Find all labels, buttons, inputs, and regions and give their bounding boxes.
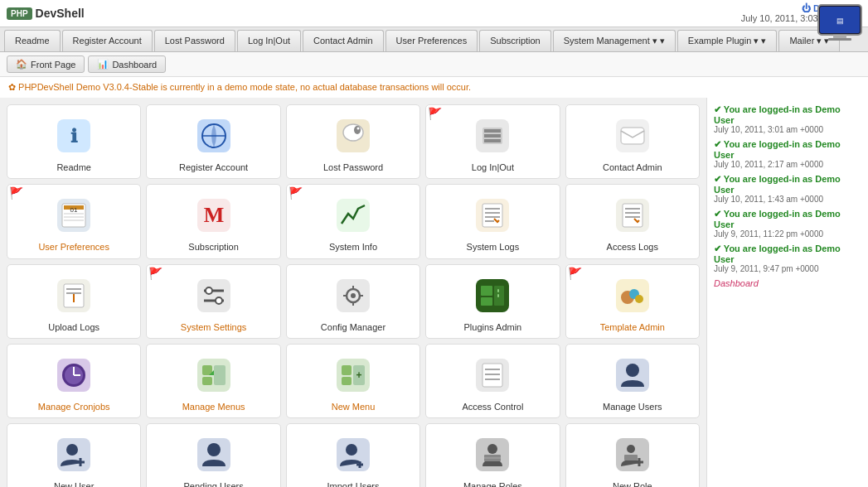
icon-cell-system-settings[interactable]: 🚩 System Settings <box>146 264 280 339</box>
svg-rect-12 <box>484 134 501 137</box>
icon-cell-import-users[interactable]: Import Users <box>286 423 420 487</box>
icon-image <box>610 113 655 158</box>
icon-cell-new-user[interactable]: New User <box>7 423 141 487</box>
icon-cell-manage-cronjobs[interactable]: Manage Cronjobs <box>7 344 141 418</box>
svg-rect-41 <box>197 279 230 312</box>
icon-cell-system-logs[interactable]: System Logs <box>425 184 560 258</box>
icon-cell-manage-roles[interactable]: Manage Roles <box>425 423 560 487</box>
icon-image: ℹ <box>51 113 96 158</box>
icon-grid: ℹ Readme Register Account Lost Password … <box>7 104 700 487</box>
nav-tab-readme[interactable]: Readme <box>4 30 61 51</box>
subnav-btn-dashboard[interactable]: 📊Dashboard <box>88 55 166 73</box>
nav-tab-register-account[interactable]: Register Account <box>62 30 153 51</box>
nav-tab-contact-admin[interactable]: Contact Admin <box>303 30 384 51</box>
icon-cell-access-logs[interactable]: Access Logs <box>565 184 700 258</box>
icon-cell-readme[interactable]: ℹ Readme <box>7 104 141 179</box>
icon-label: Manage Menus <box>182 401 245 412</box>
icon-grid-area: ℹ Readme Register Account Lost Password … <box>0 98 706 487</box>
sidebar-check: ✔ You are logged-in as Demo User <box>714 139 861 160</box>
svg-rect-33 <box>623 204 643 227</box>
svg-rect-58 <box>497 294 499 297</box>
monitor-svg: ▤ <box>815 3 865 45</box>
svg-rect-106 <box>828 38 851 41</box>
svg-point-83 <box>626 364 639 377</box>
svg-point-43 <box>206 287 212 294</box>
sub-nav: 🏠Front Page📊Dashboard <box>0 52 868 77</box>
icon-label: Contact Admin <box>603 162 662 173</box>
top-bar: PHP DevShell Demo User July 10, 2011, 3:… <box>0 0 868 27</box>
subnav-label: Front Page <box>31 60 75 70</box>
sidebar-time: July 10, 2011, 2:17 am +0000 <box>714 160 861 169</box>
svg-text:ℹ: ℹ <box>70 126 78 147</box>
icon-label: Manage Roles <box>463 480 522 487</box>
nav-tabs: ReadmeRegister AccountLost PasswordLog I… <box>0 27 868 52</box>
icon-image: M <box>192 193 236 238</box>
icon-cell-new-role[interactable]: New Role <box>565 423 700 487</box>
svg-point-62 <box>635 295 643 303</box>
icon-cell-contact-admin[interactable]: Contact Admin <box>565 104 700 179</box>
svg-point-95 <box>487 444 497 454</box>
svg-rect-27 <box>482 204 502 227</box>
icon-label: New Role <box>613 480 652 487</box>
icon-cell-template-admin[interactable]: 🚩 Template Admin <box>565 264 700 339</box>
icon-cell-new-menu[interactable]: + New Menu <box>286 344 420 418</box>
sidebar-entry-3: ✔ You are logged-in as Demo User July 9,… <box>714 209 861 239</box>
icon-image <box>610 273 655 318</box>
icon-cell-plugins-admin[interactable]: Plugins Admin <box>425 264 560 339</box>
icon-cell-user-preferences[interactable]: 🚩 01 User Preferences <box>7 184 141 258</box>
icon-label: Config Manager <box>321 321 386 333</box>
logo-php-badge: PHP <box>7 7 32 20</box>
icon-cell-log-inout[interactable]: 🚩 Log In|Out <box>425 104 560 179</box>
subnav-btn-front-page[interactable]: 🏠Front Page <box>7 55 85 73</box>
icon-cell-system-info[interactable]: 🚩 System Info <box>286 184 420 258</box>
notice-text: ✿ PHPDevShell Demo V3.0.4-Stable is curr… <box>8 82 471 92</box>
icon-label: Template Admin <box>600 321 665 333</box>
icon-cell-pending-users[interactable]: Pending Users <box>146 423 280 487</box>
svg-point-6 <box>343 124 363 141</box>
svg-rect-105 <box>833 35 846 38</box>
icon-cell-access-control[interactable]: Access Control <box>425 344 560 418</box>
nav-tab-example-plugin[interactable]: Example Plugin ▾ <box>677 30 778 51</box>
icon-image <box>192 353 236 398</box>
sidebar-dashboard-link[interactable]: Dashboard <box>714 278 861 288</box>
nav-tab-log-inout[interactable]: Log In|Out <box>237 30 301 51</box>
icon-label: System Logs <box>467 241 520 253</box>
icon-cell-upload-logs[interactable]: Upload Logs <box>7 264 141 339</box>
icon-image <box>51 432 96 477</box>
nav-tab-system-management[interactable]: System Management ▾ <box>553 30 676 51</box>
sidebar-check: ✔ You are logged-in as Demo User <box>714 174 861 195</box>
flag-badge: 🚩 <box>428 107 442 120</box>
icon-label: Plugins Admin <box>464 321 522 333</box>
icon-cell-manage-users[interactable]: Manage Users <box>565 344 700 418</box>
icon-cell-manage-menus[interactable]: Manage Menus <box>146 344 280 418</box>
icon-image <box>51 273 96 318</box>
icon-label: Register Account <box>179 162 248 173</box>
icon-image <box>610 432 655 477</box>
icon-image <box>610 193 655 238</box>
sidebar-time: July 9, 2011, 9:47 pm +0000 <box>714 264 861 273</box>
sidebar-entry-0: ✔ You are logged-in as Demo User July 10… <box>714 104 861 134</box>
icon-image <box>470 432 515 477</box>
icon-cell-lost-password[interactable]: Lost Password <box>286 104 420 179</box>
icon-cell-subscription[interactable]: M Subscription <box>146 184 280 258</box>
flag-badge: 🚩 <box>9 186 23 200</box>
nav-tab-user-preferences[interactable]: User Preferences <box>386 30 478 51</box>
icon-label: System Info <box>329 241 377 253</box>
nav-tab-subscription[interactable]: Subscription <box>479 30 551 51</box>
icon-label: User Preferences <box>38 241 109 253</box>
monitor-icon: ▤ <box>815 3 865 45</box>
sidebar-time: July 10, 2011, 1:43 am +0000 <box>714 195 861 204</box>
icon-cell-config-manager[interactable]: Config Manager <box>286 264 420 339</box>
logo-area: PHP DevShell <box>7 7 85 20</box>
sidebar-check: ✔ You are logged-in as Demo User <box>714 244 861 264</box>
svg-rect-25 <box>337 199 370 232</box>
nav-tab-lost-password[interactable]: Lost Password <box>154 30 235 51</box>
subnav-icon: 🏠 <box>16 59 27 70</box>
svg-rect-78 <box>482 364 502 387</box>
sidebar-time: July 10, 2011, 3:01 am +0000 <box>714 125 861 134</box>
icon-image <box>470 113 515 158</box>
icon-image <box>331 113 376 158</box>
icon-label: Access Logs <box>607 241 658 253</box>
icon-cell-register-account[interactable]: Register Account <box>146 104 280 179</box>
svg-rect-100 <box>624 455 638 460</box>
